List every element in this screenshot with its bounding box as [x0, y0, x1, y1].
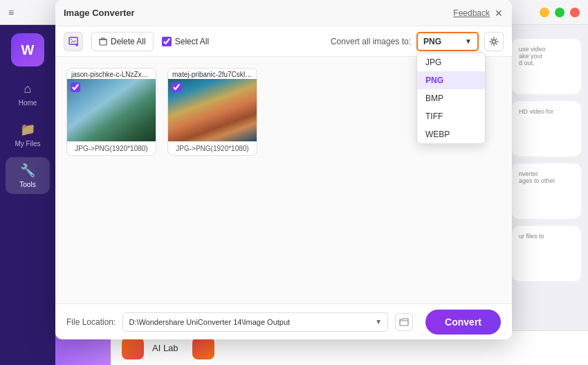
delete-icon [99, 37, 107, 46]
dropdown-arrow-icon: ▼ [465, 37, 472, 45]
svg-rect-0 [69, 37, 77, 44]
bg-card-1: use videoake yourd out. [512, 39, 581, 94]
delete-all-button[interactable]: Delete All [91, 32, 154, 51]
selected-format: PNG [423, 37, 441, 46]
svg-rect-4 [100, 39, 107, 45]
select-all-label: Select All [175, 37, 209, 46]
add-image-button[interactable] [64, 32, 83, 51]
dialog-footer: File Location: D:\Wondershare UniConvert… [55, 303, 512, 339]
app-logo: W [11, 33, 44, 66]
folder-icon [399, 318, 409, 326]
dialog-close-button[interactable]: ✕ [493, 7, 505, 19]
sidebar: W ⌂ Home 📁 My Files 🔧 Tools [0, 25, 55, 365]
toolbar-right: Convert all images to: PNG ▼ JPG PNG BMP… [331, 32, 504, 51]
sidebar-label-myfiles: My Files [15, 140, 40, 148]
card-checkbox-2[interactable] [172, 82, 181, 92]
image-thumb-2 [168, 79, 257, 141]
settings-icon [489, 37, 499, 46]
select-all-checkbox[interactable] [162, 37, 172, 46]
sidebar-item-tools[interactable]: 🔧 Tools [6, 157, 50, 194]
sidebar-label-home: Home [19, 99, 37, 107]
aerial-overlay [168, 79, 257, 141]
convert-button[interactable]: Convert [425, 310, 501, 335]
home-icon: ⌂ [24, 82, 32, 96]
format-dropdown: PNG ▼ JPG PNG BMP TIFF WEBP [416, 32, 479, 51]
image-label-2: JPG->PNG(1920*1080) [168, 141, 257, 155]
image-thumb-1 [67, 79, 156, 141]
bg-card-4: ur files to [512, 226, 581, 281]
add-icon [68, 37, 78, 46]
bg-card-2: HD video for [512, 101, 581, 157]
convert-all-label: Convert all images to: [331, 37, 411, 46]
format-option-tiff[interactable]: TIFF [417, 107, 485, 125]
waterfall-overlay [67, 79, 156, 141]
settings-button[interactable] [484, 32, 504, 51]
image-filename-2: matej-pribanic-2fu7CskIT... [168, 69, 257, 79]
dialog-toolbar: Delete All Select All Convert all images… [55, 26, 512, 57]
path-dropdown-arrow[interactable]: ▼ [375, 318, 382, 326]
format-option-bmp[interactable]: BMP [417, 89, 485, 107]
sidebar-item-home[interactable]: ⌂ Home [6, 76, 50, 112]
image-filename-1: jason-pischke-c-LNzZxJtZ... [67, 69, 156, 79]
ai-lab-icon-2 [192, 337, 214, 359]
dialog-titlebar: Image Converter Feedback ✕ [55, 0, 512, 26]
background-cards: use videoake yourd out. HD video for nve… [512, 39, 581, 323]
svg-point-1 [71, 39, 72, 40]
bg-card-3: nverterages to other [512, 163, 581, 219]
format-select-button[interactable]: PNG ▼ [416, 32, 479, 51]
file-path-display: D:\Wondershare UniConverter 14\Image Out… [122, 312, 388, 332]
dialog-title: Image Converter [64, 8, 135, 18]
ai-lab-icon [122, 337, 144, 359]
format-dropdown-menu: JPG PNG BMP TIFF WEBP [416, 53, 486, 144]
close-button[interactable] [570, 8, 580, 17]
tools-icon: 🔧 [20, 163, 35, 178]
browse-folder-button[interactable] [395, 313, 413, 331]
maximize-button[interactable] [555, 8, 564, 17]
format-option-webp[interactable]: WEBP [417, 125, 485, 143]
image-label-1: JPG->PNG(1920*1080) [67, 141, 156, 155]
logo-text: W [21, 42, 35, 58]
hamburger-icon: ≡ [8, 7, 14, 18]
card-checkbox-1[interactable] [71, 82, 80, 92]
format-option-png[interactable]: PNG [417, 71, 485, 89]
sidebar-item-myfiles[interactable]: 📁 My Files [6, 116, 50, 153]
aerial-thumbnail [168, 79, 257, 141]
image-converter-dialog: Image Converter Feedback ✕ Delete All [55, 0, 512, 339]
ai-lab-label: AI Lab [152, 343, 178, 353]
image-card-2: matej-pribanic-2fu7CskIT... JPG->PNG(192… [167, 68, 257, 156]
file-path-text: D:\Wondershare UniConverter 14\Image Out… [129, 318, 372, 326]
file-location-label: File Location: [66, 317, 116, 327]
minimize-button[interactable] [540, 8, 549, 17]
delete-all-label: Delete All [111, 37, 146, 46]
waterfall-thumbnail [67, 79, 156, 141]
svg-point-9 [493, 39, 496, 43]
format-option-jpg[interactable]: JPG [417, 53, 485, 71]
sidebar-label-tools: Tools [19, 181, 35, 188]
feedback-link[interactable]: Feedback [453, 8, 490, 18]
image-card-1: jason-pischke-c-LNzZxJtZ... JPG->PNG(192… [66, 68, 156, 156]
files-icon: 📁 [20, 122, 35, 137]
select-all-container: Select All [162, 37, 209, 46]
